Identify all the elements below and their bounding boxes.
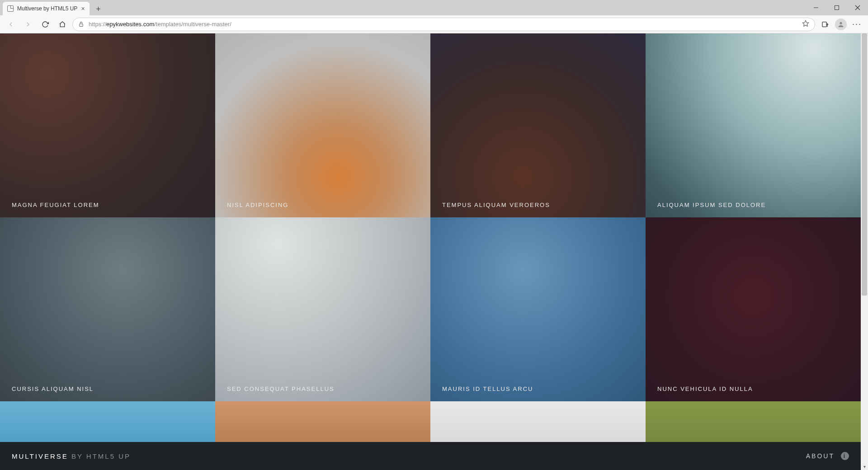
window-controls: [806, 0, 868, 15]
grid-row: CURSIS ALIQUAM NISL SED CONSEQUAT PHASEL…: [0, 217, 861, 401]
gallery-tile[interactable]: [215, 401, 430, 442]
forward-button[interactable]: [21, 17, 35, 32]
gallery-tile[interactable]: [646, 401, 861, 442]
profile-avatar[interactable]: [835, 19, 847, 30]
gallery-tile[interactable]: [430, 401, 646, 442]
tile-image: [430, 217, 646, 401]
vertical-scrollbar[interactable]: ▾: [861, 33, 868, 470]
back-button[interactable]: [4, 17, 18, 32]
tab-title: Multiverse by HTML5 UP: [17, 5, 77, 12]
minimize-button[interactable]: [806, 0, 826, 15]
browser-tab[interactable]: Multiverse by HTML5 UP ×: [3, 2, 90, 15]
maximize-button[interactable]: [826, 0, 847, 15]
about-label: ABOUT: [806, 452, 835, 460]
tile-image: [646, 33, 861, 217]
gallery-tile[interactable]: MAGNA FEUGIAT LOREM: [0, 33, 215, 217]
gallery-tile[interactable]: NISL ADIPISCING: [215, 33, 430, 217]
tile-caption: CURSIS ALIQUAM NISL: [12, 385, 94, 392]
tile-image: [0, 33, 215, 217]
site-title[interactable]: MULTIVERSE BY HTML5 UP: [12, 452, 131, 460]
gallery-tile[interactable]: NUNC VEHICULA ID NULLA: [646, 217, 861, 401]
tile-image: [430, 401, 646, 442]
gallery-tile[interactable]: MAURIS ID TELLUS ARCU: [430, 217, 646, 401]
tile-image: [215, 217, 430, 401]
tile-image: [215, 401, 430, 442]
page-content: MAGNA FEUGIAT LOREM NISL ADIPISCING TEMP…: [0, 33, 861, 470]
url-domain: epykwebsites.com: [106, 21, 154, 28]
thumbnail-grid: MAGNA FEUGIAT LOREM NISL ADIPISCING TEMP…: [0, 33, 861, 442]
grid-row: MAGNA FEUGIAT LOREM NISL ADIPISCING TEMP…: [0, 33, 861, 217]
tile-caption: NISL ADIPISCING: [227, 202, 288, 208]
svg-rect-6: [822, 22, 826, 27]
tile-caption: TEMPUS ALIQUAM VEROEROS: [442, 202, 550, 208]
tile-image: [430, 33, 646, 217]
tile-image: [646, 401, 861, 442]
tile-caption: MAURIS ID TELLUS ARCU: [442, 385, 533, 392]
gallery-tile[interactable]: SED CONSEQUAT PHASELLUS: [215, 217, 430, 401]
tile-image: [0, 401, 215, 442]
svg-marker-5: [802, 20, 808, 26]
gallery-tile[interactable]: CURSIS ALIQUAM NISL: [0, 217, 215, 401]
browser-window: Multiverse by HTML5 UP × + https://epykw…: [0, 0, 868, 470]
browser-toolbar: https://epykwebsites.com/templates/multi…: [0, 15, 868, 33]
home-button[interactable]: [55, 17, 70, 32]
browser-menu-button[interactable]: ···: [849, 19, 864, 29]
tile-image: [215, 33, 430, 217]
svg-rect-1: [835, 6, 839, 10]
gallery-tile[interactable]: TEMPUS ALIQUAM VEROEROS: [430, 33, 646, 217]
brand-name: MULTIVERSE: [12, 452, 68, 460]
gallery-tile[interactable]: ALIQUAM IPSUM SED DOLORE: [646, 33, 861, 217]
tile-image: [646, 217, 861, 401]
page-icon: [7, 5, 14, 12]
about-link[interactable]: ABOUT i: [806, 452, 849, 460]
favorite-button[interactable]: [802, 20, 809, 29]
tab-strip: Multiverse by HTML5 UP × +: [0, 0, 868, 15]
svg-rect-4: [80, 24, 83, 26]
tile-image: [0, 217, 215, 401]
collections-button[interactable]: [818, 17, 832, 32]
viewport: MAGNA FEUGIAT LOREM NISL ADIPISCING TEMP…: [0, 33, 868, 470]
gallery-tile[interactable]: [0, 401, 215, 442]
info-icon: i: [841, 452, 849, 460]
scrollbar-thumb[interactable]: [862, 33, 867, 296]
url-path: /templates/multiverse-master/: [154, 21, 231, 28]
close-tab-icon[interactable]: ×: [81, 5, 85, 12]
tile-caption: ALIQUAM IPSUM SED DOLORE: [657, 202, 766, 208]
grid-row: [0, 401, 861, 442]
brand-byline: BY HTML5 UP: [68, 452, 131, 460]
tile-caption: MAGNA FEUGIAT LOREM: [12, 202, 99, 208]
url-text[interactable]: https://epykwebsites.com/templates/multi…: [89, 21, 797, 28]
url-scheme: https://: [89, 21, 106, 28]
lock-icon: [78, 21, 84, 27]
scrollbar-down-arrow[interactable]: ▾: [861, 463, 868, 470]
tile-caption: SED CONSEQUAT PHASELLUS: [227, 385, 335, 392]
address-bar[interactable]: https://epykwebsites.com/templates/multi…: [72, 18, 815, 31]
tile-caption: NUNC VEHICULA ID NULLA: [657, 385, 753, 392]
site-header-bar: MULTIVERSE BY HTML5 UP ABOUT i: [0, 442, 861, 470]
svg-point-9: [840, 22, 842, 24]
close-window-button[interactable]: [847, 0, 868, 15]
refresh-button[interactable]: [38, 17, 52, 32]
new-tab-button[interactable]: +: [92, 3, 105, 15]
